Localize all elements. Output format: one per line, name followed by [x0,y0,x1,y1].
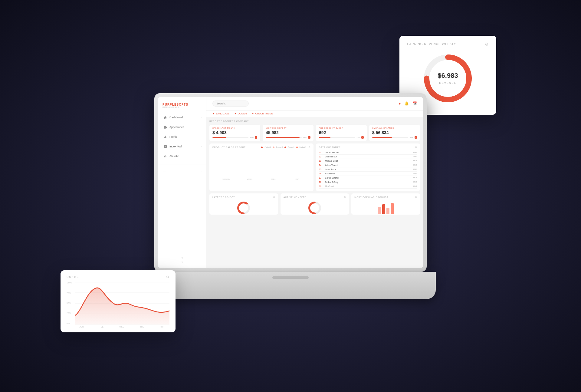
chevron-icon: › [201,116,202,118]
product-sales-card: PRODUCT SALES REPORT Product 1 Product 2 [209,143,313,191]
table-row: 05 Laxer Trone USA [319,167,417,172]
stat-label-sales: SALES LAST MONTH [212,127,257,129]
search-input[interactable] [212,100,249,107]
stat-label-progress: PROGRESS PROJECT [319,127,364,129]
stat-card-sales: SALES LAST MONTH $ 4,903 38% ↑ [209,125,260,141]
popular-gear[interactable]: ⚙ [415,196,417,199]
bottom-row: LATEST PROJECT ⚙ [209,193,420,215]
top-bar: ♥ 🔔 📅 [206,97,423,110]
main-content: ♥ 🔔 📅 ▼ LANGUAGE ▼ [206,97,423,268]
bar-label-may: MAY [285,178,309,180]
product-sales-gear[interactable]: ⚙ [308,146,310,149]
sidebar-label-inbox: Inbox Mail [169,145,182,148]
laptop-base [145,272,436,299]
table-row: 02 Cuelena Sun ENG [319,155,417,159]
legend-label-4: Product 4 [300,146,306,148]
progress-badge-sales: ↑ [255,136,258,139]
usage-title: USAGE [67,275,79,278]
bar-label-feb: FEBRUARY [214,178,238,180]
filter-color-theme-label: COLOR THEME [255,112,273,115]
puzzle-icon [163,125,167,129]
sidebar-label-appearance: Appearance [169,126,184,129]
chevron-icon-extra: › [201,171,202,173]
table-row: 09 Mc Creati ENG [319,184,417,189]
scene: EARNING REVENUE WEEKLY ⚙ $6,983 REVENUE [79,30,502,363]
stat-value-visitors: 45,982 [266,130,310,135]
bar-labels: FEBRUARY MARCH APRIL MAY [212,178,310,180]
usage-gear-icon[interactable]: ⚙ [166,275,169,279]
bell-icon[interactable]: 🔔 [404,101,409,106]
sidebar-label-profile: Profile [169,135,177,138]
filter-layout[interactable]: ▼ LAYOUT [234,112,247,115]
progress-badge-progress: ↑ [361,136,364,139]
sidebar-item-statistic[interactable]: Statistic › [158,151,206,161]
y-label-75: 75% [67,292,72,294]
home-icon [163,116,167,119]
report-title: REPORT PROGRESS COMPANY [209,120,420,122]
charts-row: PRODUCT SALES REPORT Product 1 Product 2 [209,143,420,191]
sidebar-label-statistic: Statistic [169,155,179,158]
table-row: 01 Gerald Witcher USA [319,150,417,155]
y-label-25: 25% [67,312,72,314]
filter-language[interactable]: ▼ LANGUAGE [212,112,229,115]
table-row: 04 Adera Yusanil ENG [319,163,417,167]
y-label-0: 0% [67,322,72,324]
progress-badge-visitors: ↑ [308,136,311,139]
sidebar-item-inbox[interactable]: Inbox Mail › [158,142,206,151]
sidebar: PURPLESOFTS INTELLIGENCE Dashboard › [158,97,206,268]
line-chart-svg [75,282,169,324]
calendar-icon[interactable]: 📅 [412,101,417,106]
sidebar-item-extra1[interactable]: ••• › [158,167,206,176]
mail-icon [163,145,167,148]
x-label-mon: MON [79,326,84,328]
sidebar-extra-label: ••• [163,170,166,173]
popular-product-card: MOST POPULAR PRODUCT ⚙ [351,193,420,215]
logo-name: PURPLESOFTS [162,103,202,106]
stat-value-progress: 692 [319,130,364,135]
sidebar-label-dashboard: Dashboard [169,116,183,119]
active-members-title: ACTIVE MEMBERS [284,196,307,198]
filter-layout-label: LAYOUT [238,112,247,115]
usage-chart-wrapper: 100% 75% 50% 25% 0% [67,282,169,328]
progress-pct-sales: 38% [250,137,253,138]
usage-card: USAGE ⚙ 100% 75% 50% 25% 0% [61,270,176,332]
stat-label-balance: OVERALL BALANCE [372,127,417,129]
x-labels: MON TUE WED THU FRI [67,324,169,328]
progress-badge-balance: ↑ [415,136,417,139]
content-area: REPORT PROGRESS COMPANY SALES LAST MONTH… [206,117,423,268]
customer-gear[interactable]: ⚙ [415,146,417,149]
stat-card-visitors: VISITORS REPORT 45,982 94% ↑ [263,125,313,141]
y-label-100: 100% [67,282,72,284]
bar-chart [212,150,310,178]
user-icon [163,135,167,139]
revenue-label: REVENUE [439,81,457,84]
stat-label-visitors: VISITORS REPORT [266,127,310,129]
filter-arrow3: ▼ [252,112,254,115]
progress-pct-progress: 32% [356,137,360,138]
table-row: 03 Michael Delph USA [319,159,417,163]
chart-icon [163,154,167,158]
sidebar-item-profile[interactable]: Profile [158,132,206,142]
sidebar-collapse[interactable]: ∨ [161,257,203,259]
table-row: 08 Embar Jeferry ENG [319,180,417,184]
table-row: 07 Gerald Witcher USA [319,176,417,180]
table-row: 06 Baswedan ENG [319,172,417,176]
active-members-donut [284,200,346,215]
x-label-wed: WED [119,326,124,328]
sidebar-item-appearance[interactable]: Appearance [158,122,206,132]
revenue-gear-icon[interactable]: ⚙ [485,42,489,47]
x-label-fri: FRI [160,326,163,328]
latest-gear[interactable]: ⚙ [273,196,275,199]
filter-color-theme[interactable]: ▼ COLOR THEME [252,112,273,115]
sidebar-expand[interactable]: ∨ [161,261,203,264]
members-gear[interactable]: ⚙ [344,196,346,199]
progress-pct-visitors: 94% [303,137,307,138]
sidebar-item-dashboard[interactable]: Dashboard › [158,113,206,122]
heart-icon[interactable]: ♥ [399,101,401,106]
latest-project-card: LATEST PROJECT ⚙ [209,193,278,215]
logo: PURPLESOFTS INTELLIGENCE [158,101,206,113]
chevron-icon-stat: › [201,155,202,157]
legend-dot-3 [284,147,286,148]
chevron-icon-inbox: › [201,145,202,147]
legend-label-2: Product 2 [276,146,283,148]
